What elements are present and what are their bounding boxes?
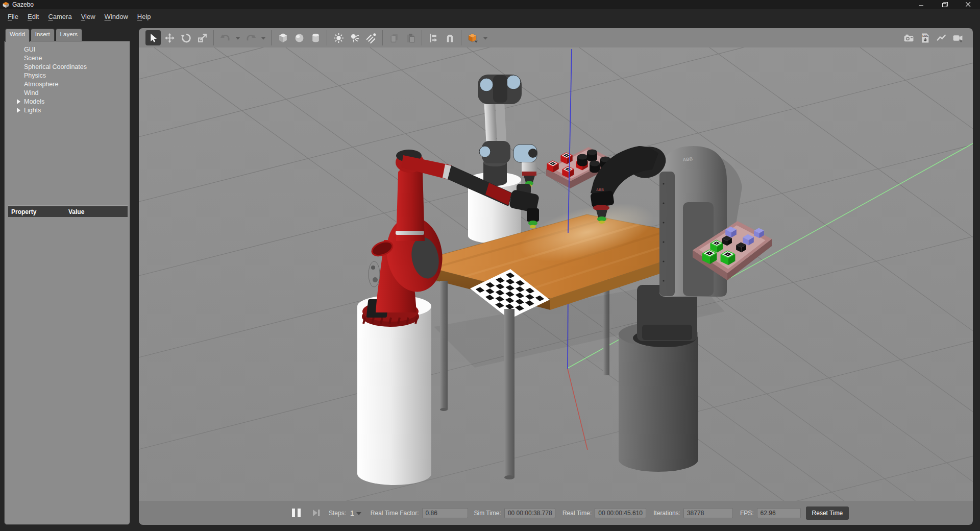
iterations-label: Iterations:	[653, 510, 680, 517]
steps-label: Steps:	[329, 510, 346, 517]
cylinder-button[interactable]	[308, 30, 323, 45]
toolbar-separator	[382, 30, 383, 45]
sim-time-label: Sim Time:	[474, 510, 501, 517]
scale-button[interactable]	[194, 30, 210, 45]
copy-button[interactable]	[386, 30, 402, 45]
property-table-header: Property Value	[8, 206, 128, 217]
redo-button[interactable]	[243, 30, 258, 45]
view-angle-button[interactable]	[465, 30, 480, 45]
real-time-label: Real Time:	[562, 510, 592, 517]
tree-item-wind[interactable]: Wind	[5, 88, 130, 97]
caret-icon[interactable]	[234, 30, 242, 45]
steps-dropdown-icon[interactable]	[356, 512, 361, 515]
toolbar: LOG	[139, 28, 973, 47]
step-button[interactable]	[312, 509, 321, 517]
menu-view[interactable]: View	[77, 11, 100, 22]
scene-tree: GUISceneSpherical CoordinatesPhysicsAtmo…	[5, 45, 130, 114]
simulation-status-bar: Steps: 1 Real Time Factor: 0.86 Sim Time…	[139, 501, 973, 525]
property-column-header: Property	[8, 208, 68, 215]
tree-item-scene[interactable]: Scene	[5, 54, 130, 62]
tree-item-label: Scene	[24, 55, 42, 62]
screenshot-button[interactable]	[901, 30, 916, 45]
tab-insert[interactable]: Insert	[31, 29, 55, 41]
menu-help[interactable]: Help	[133, 11, 156, 22]
expand-arrow-icon[interactable]	[17, 108, 20, 113]
translate-button[interactable]	[162, 30, 177, 45]
steps-value[interactable]: 1	[350, 509, 354, 517]
iterations-field[interactable]: 38778	[683, 508, 733, 518]
main-area: LOG ABBABB Steps: 1 Real Time Factor: 0.…	[139, 28, 973, 525]
tree-item-label: Spherical Coordinates	[24, 63, 87, 70]
svg-text:LOG: LOG	[922, 34, 928, 37]
panel-tabs: WorldInsertLayers	[4, 29, 82, 41]
plot-button[interactable]	[934, 30, 949, 45]
abb-logo-label: ABB	[682, 156, 693, 162]
world-panel: WorldInsertLayers GUISceneSpherical Coor…	[4, 29, 130, 525]
expand-arrow-icon[interactable]	[17, 99, 20, 104]
video-record-button[interactable]	[950, 30, 965, 45]
panel-splitter[interactable]	[8, 205, 128, 206]
abb-arm-logo-label: ABB	[596, 188, 604, 191]
toolbar-separator	[422, 30, 422, 45]
restore-button[interactable]	[933, 0, 957, 9]
tab-world[interactable]: World	[5, 29, 30, 42]
value-column-header: Value	[68, 208, 84, 215]
real-time-field[interactable]: 00 00:00:45.610	[595, 508, 646, 518]
pause-button[interactable]	[292, 509, 301, 517]
rtf-field[interactable]: 0.86	[422, 508, 468, 518]
tree-item-label: Wind	[24, 89, 38, 96]
point-light-button[interactable]	[331, 30, 346, 45]
fps-field[interactable]: 62.96	[757, 508, 801, 518]
tab-layers[interactable]: Layers	[56, 29, 83, 41]
toolbar-separator	[327, 30, 327, 45]
tree-item-spherical-coordinates[interactable]: Spherical Coordinates	[5, 62, 130, 71]
gazebo-window: Gazebo FileEditCameraViewWindowHelp Worl…	[0, 0, 980, 531]
toolbar-separator	[461, 30, 461, 45]
close-button[interactable]	[957, 0, 980, 9]
window-title: Gazebo	[12, 1, 34, 8]
log-record-button[interactable]: LOG	[917, 30, 933, 45]
toolbar-separator	[213, 30, 214, 45]
menu-file[interactable]: File	[3, 11, 23, 22]
3d-viewport[interactable]: ABBABB	[139, 47, 973, 501]
rotate-button[interactable]	[178, 30, 193, 45]
menu-camera[interactable]: Camera	[43, 11, 76, 22]
tree-item-label: GUI	[24, 46, 35, 53]
undo-button[interactable]	[217, 30, 233, 45]
align-button[interactable]	[426, 30, 441, 45]
sim-time-field[interactable]: 00 00:00:38.778	[504, 508, 555, 518]
menu-bar: FileEditCameraViewWindowHelp	[0, 9, 980, 23]
tree-item-label: Atmosphere	[24, 81, 58, 88]
rtf-label: Real Time Factor:	[371, 510, 419, 517]
gazebo-logo-icon	[3, 2, 9, 8]
tree-item-label: Models	[24, 98, 44, 105]
box-button[interactable]	[275, 30, 290, 45]
caret-icon[interactable]	[481, 30, 489, 45]
tree-item-label: Lights	[24, 107, 41, 114]
snap-button[interactable]	[442, 30, 457, 45]
tree-item-lights[interactable]: Lights	[5, 106, 130, 114]
tree-item-models[interactable]: Models	[5, 97, 130, 106]
caret-icon[interactable]	[259, 30, 267, 45]
panel-body: GUISceneSpherical CoordinatesPhysicsAtmo…	[4, 41, 130, 525]
tree-item-physics[interactable]: Physics	[5, 71, 130, 80]
tree-item-atmosphere[interactable]: Atmosphere	[5, 80, 130, 88]
sphere-button[interactable]	[291, 30, 307, 45]
menu-window[interactable]: Window	[100, 11, 133, 22]
toolbar-separator	[271, 30, 272, 45]
tree-item-label: Physics	[24, 72, 46, 79]
title-bar: Gazebo	[0, 0, 980, 9]
tree-item-gui[interactable]: GUI	[5, 45, 130, 54]
fps-label: FPS:	[740, 510, 754, 517]
select-button[interactable]	[145, 30, 161, 45]
minimize-button[interactable]	[910, 0, 933, 9]
directional-light-button[interactable]	[363, 30, 379, 45]
spot-light-button[interactable]	[347, 30, 362, 45]
paste-button[interactable]	[403, 30, 418, 45]
menu-edit[interactable]: Edit	[23, 11, 43, 22]
reset-time-button[interactable]: Reset Time	[806, 506, 849, 520]
